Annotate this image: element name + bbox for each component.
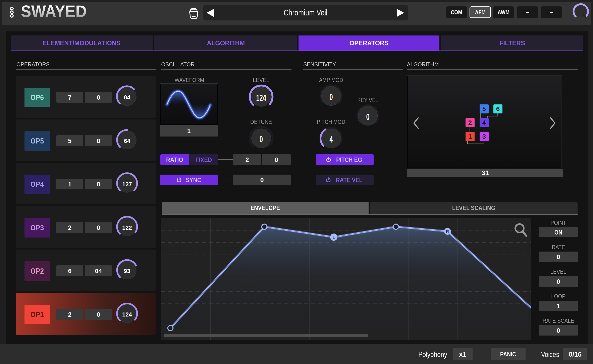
svg-text:84: 84 [124,94,130,101]
svg-text:0: 0 [366,112,370,122]
svg-text:0: 0 [260,134,263,144]
svg-text:L: L [333,235,335,240]
svg-text:R: R [446,229,449,234]
svg-text:64: 64 [124,138,130,144]
svg-text:0: 0 [330,92,333,102]
svg-text:93: 93 [124,268,130,274]
svg-text:127: 127 [122,181,132,187]
svg-text:124: 124 [122,311,132,318]
svg-text:122: 122 [122,225,132,231]
svg-text:4: 4 [330,134,333,144]
svg-text:124: 124 [256,93,266,103]
